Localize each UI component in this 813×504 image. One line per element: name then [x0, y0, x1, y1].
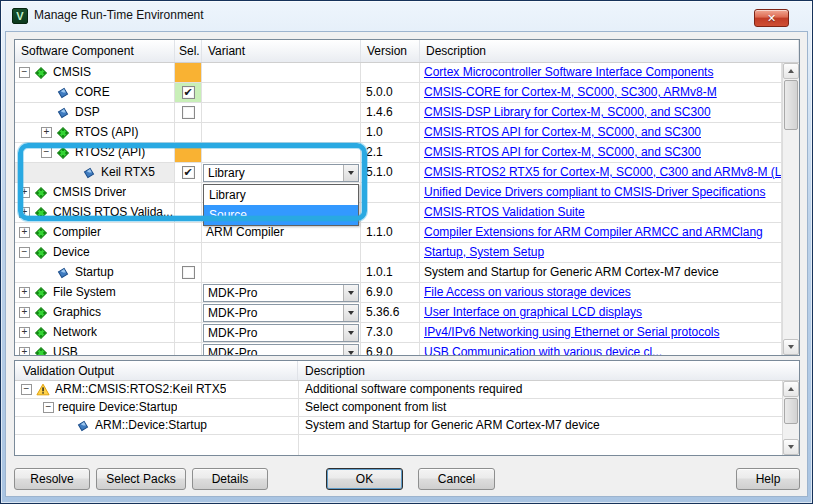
component-group-diamond-icon [34, 186, 48, 200]
component-label: Compiler [53, 223, 101, 242]
component-label: Device [53, 243, 90, 262]
description-link[interactable]: CMSIS-RTOS Validation Suite [424, 205, 585, 219]
description-link[interactable]: IPv4/IPv6 Networking using Ethernet or S… [424, 325, 719, 339]
component-label: CMSIS Driver [53, 183, 126, 202]
collapse-expander-icon[interactable]: − [21, 384, 32, 395]
component-label: Keil RTX5 [101, 163, 155, 182]
dropdown-arrow-icon[interactable] [343, 165, 358, 181]
validation-scrollbar[interactable] [782, 381, 799, 455]
collapse-expander-icon[interactable]: − [19, 247, 30, 258]
component-group-diamond-icon [34, 66, 48, 80]
scroll-up-icon[interactable] [783, 63, 799, 79]
expand-expander-icon[interactable]: + [41, 127, 52, 138]
select-packs-button[interactable]: Select Packs [96, 468, 186, 490]
component-diamond-icon [56, 106, 70, 120]
component-group-diamond-icon [34, 246, 48, 260]
details-button[interactable]: Details [192, 468, 268, 490]
validation-item: ARM::Device:Startup [15, 417, 298, 434]
sel-cell [175, 243, 202, 263]
version-cell [361, 203, 420, 223]
variant-cell [202, 123, 361, 143]
variant-combobox[interactable]: MDK-Pro [203, 304, 359, 322]
description-link[interactable]: Cortex Microcontroller Software Interfac… [424, 65, 713, 79]
help-button[interactable]: Help [736, 468, 800, 490]
dropdown-arrow-icon[interactable] [343, 325, 358, 341]
validation-header-row: Validation Output Description [15, 361, 799, 381]
checkbox[interactable] [182, 106, 195, 119]
cancel-button[interactable]: Cancel [418, 468, 495, 490]
variant-combobox[interactable]: Library [203, 164, 359, 182]
checkbox[interactable] [182, 266, 195, 279]
variant-combobox[interactable]: MDK-Pro [203, 324, 359, 342]
close-button[interactable]: ✕ [754, 9, 789, 27]
dropdown-arrow-icon[interactable] [343, 305, 358, 321]
component-cell: +USB [15, 343, 175, 355]
expand-expander-icon[interactable]: + [19, 187, 30, 198]
description-cell: CMSIS-DSP Library for Cortex-M, SC000, a… [420, 103, 782, 123]
description-cell: File Access on various storage devices [420, 283, 782, 303]
header-sel: Sel. [175, 40, 202, 62]
description-link[interactable]: User Interface on graphical LCD displays [424, 305, 642, 319]
variant-combobox[interactable]: MDK-Pro [203, 284, 359, 302]
scroll-up-icon[interactable] [783, 381, 799, 397]
variant-cell [202, 103, 361, 123]
component-label: RTOS2 (API) [75, 143, 145, 162]
sel-cell [175, 223, 202, 243]
sel-cell: ✔ [175, 163, 202, 183]
dropdown-option-library[interactable]: Library [204, 185, 358, 205]
component-cell: −RTOS2 (API) [15, 143, 175, 163]
table-row: +USBMDK-Pro6.9.0USB Communication with v… [15, 343, 782, 355]
expand-expander-icon[interactable]: + [19, 347, 30, 355]
version-cell [361, 183, 420, 203]
variant-cell [202, 83, 361, 103]
expand-expander-icon[interactable]: + [19, 227, 30, 238]
validation-label: require Device:Startup [58, 399, 177, 416]
scrollbar-thumb[interactable] [784, 398, 798, 424]
tree-spacer [61, 420, 76, 431]
sel-cell [175, 303, 202, 323]
collapse-expander-icon[interactable]: − [41, 147, 52, 158]
version-cell: 2.1 [361, 143, 420, 163]
collapse-expander-icon[interactable]: − [43, 402, 54, 413]
expand-expander-icon[interactable]: + [19, 287, 30, 298]
description-link[interactable]: CMSIS-RTOS2 RTX5 for Cortex-M, SC000, C3… [424, 165, 782, 179]
dropdown-arrow-icon[interactable] [343, 285, 358, 301]
component-cell: DSP [15, 103, 175, 123]
component-cell: +RTOS (API) [15, 123, 175, 143]
expand-expander-icon[interactable]: + [19, 307, 30, 318]
description-link[interactable]: Startup, System Setup [424, 245, 544, 259]
variant-value: MDK-Pro [204, 305, 343, 321]
scrollbar-thumb[interactable] [784, 80, 798, 130]
scroll-down-icon[interactable] [783, 339, 799, 355]
table-scrollbar[interactable] [782, 63, 799, 355]
version-cell: 1.0.1 [361, 263, 420, 283]
expand-expander-icon[interactable]: + [19, 327, 30, 338]
validation-description: Select component from list [298, 399, 782, 416]
checkbox[interactable]: ✔ [182, 86, 195, 99]
table-row: CORE✔5.0.0CMSIS-CORE for Cortex-M, SC000… [15, 83, 782, 103]
component-group-diamond-icon [56, 126, 70, 140]
description-link[interactable]: USB Communication with various device cl… [424, 345, 662, 355]
description-link[interactable]: Unified Device Drivers compliant to CMSI… [424, 185, 765, 199]
description-link[interactable]: Compiler Extensions for ARM Compiler ARM… [424, 225, 763, 239]
collapse-expander-icon[interactable]: − [19, 67, 30, 78]
scroll-down-icon[interactable] [783, 439, 799, 455]
expand-expander-icon[interactable]: + [19, 207, 30, 218]
table-row: +NetworkMDK-Pro7.3.0IPv4/IPv6 Networking… [15, 323, 782, 343]
description-link[interactable]: CMSIS-CORE for Cortex-M, SC000, SC300, A… [424, 85, 717, 99]
description-link[interactable]: CMSIS-RTOS API for Cortex-M, SC000, and … [424, 125, 701, 139]
table-header-row: Software Component Sel. Variant Version … [15, 40, 799, 63]
description-link[interactable]: CMSIS-DSP Library for Cortex-M, SC000, a… [424, 105, 711, 119]
ok-button[interactable]: OK [326, 468, 403, 490]
description-link[interactable]: CMSIS-RTOS API for Cortex-M, SC000, and … [424, 145, 701, 159]
column-divider [298, 381, 299, 455]
component-label: CMSIS RTOS Valida... [53, 203, 173, 222]
checkbox[interactable]: ✔ [182, 166, 195, 179]
variant-combobox[interactable]: MDK-Pro [203, 344, 359, 356]
table-row: +CMSIS RTOS Valida...CMSIS-RTOS Validati… [15, 203, 782, 223]
table-row: −DeviceStartup, System Setup [15, 243, 782, 263]
dropdown-option-source[interactable]: Source [204, 205, 358, 225]
resolve-button[interactable]: Resolve [14, 468, 90, 490]
dropdown-arrow-icon[interactable] [343, 345, 358, 356]
description-link[interactable]: File Access on various storage devices [424, 285, 631, 299]
